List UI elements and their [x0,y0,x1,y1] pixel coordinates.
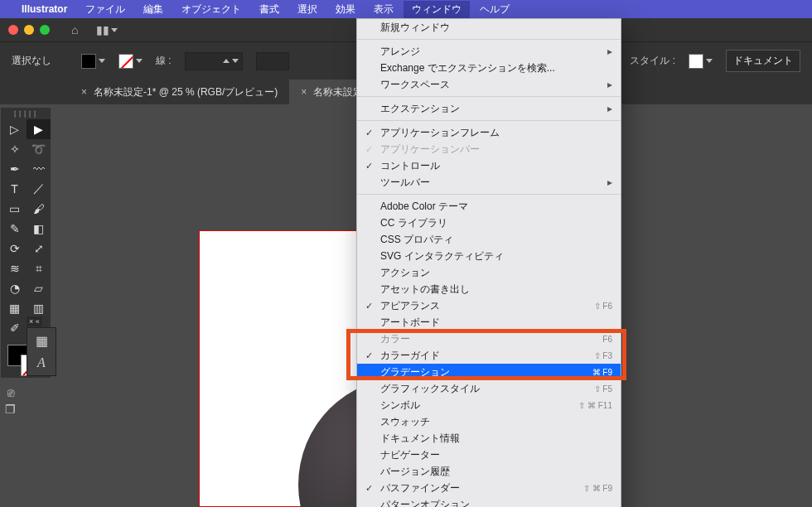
scale-tool[interactable]: ⤢ [27,239,51,258]
close-icon[interactable]: × [81,86,87,98]
mesh-tool[interactable]: ▦ [2,298,27,318]
stroke-swatch[interactable] [118,54,143,69]
menu-view[interactable]: 表示 [365,1,402,18]
collapsed-panel-dock[interactable]: ▦ A [27,327,56,376]
gradient-tool[interactable]: ▥ [27,298,51,318]
mi-new-window[interactable]: 新規ウィンドウ [357,19,621,36]
selection-label: 選択なし [12,54,51,68]
color-panel-icon[interactable]: ▦ [36,333,48,349]
mi-swatches[interactable]: スウォッチ [357,413,621,430]
eraser-tool[interactable]: ◧ [27,219,51,239]
menu-help[interactable]: ヘルプ [471,1,518,18]
curvature-tool[interactable]: 〰 [27,159,51,179]
mi-extensions[interactable]: エクステンション▸ [357,100,621,117]
lasso-tool[interactable]: ➰ [27,139,51,159]
perspective-tool[interactable]: ▱ [27,278,51,298]
menu-window[interactable]: ウィンドウ [404,1,470,18]
window-minimize-button[interactable] [24,25,34,35]
eyedropper-tool[interactable]: ✐ [2,318,27,338]
window-menu-dropdown: 新規ウィンドウ アレンジ▸ Exchange でエクステンションを検索... ワ… [356,18,621,507]
mi-arrange[interactable]: アレンジ▸ [357,43,621,60]
width-tool[interactable]: ≋ [2,258,27,278]
style-label: スタイル : [630,54,675,68]
mi-doc-info[interactable]: ドキュメント情報 [357,430,621,447]
mi-appearance[interactable]: ✓アピアランス⇧ F6 [357,297,621,314]
mi-version-history[interactable]: バージョン履歴 [357,463,621,480]
menu-edit[interactable]: 編集 [135,1,172,18]
panel-handle[interactable]: ┇┇┇┇┇ [2,111,49,118]
panel-close-icon[interactable]: × « [27,316,42,326]
mi-workspace[interactable]: ワークスペース▸ [357,76,621,93]
direct-selection-tool[interactable]: ▶ [27,119,51,139]
free-transform-tool[interactable]: ⌗ [27,258,51,278]
fill-swatch[interactable] [81,54,105,69]
mi-artboard[interactable]: アートボード [357,314,621,331]
window-close-button[interactable] [8,25,18,35]
mi-app-bar: ✓アプリケーションバー [357,141,621,157]
window-maximize-button[interactable] [40,25,50,35]
selection-tool[interactable]: ▷ [2,119,27,139]
menu-object[interactable]: オブジェクト [173,1,249,18]
type-tool[interactable]: T [2,179,27,199]
mi-symbols[interactable]: シンボル⇧ ⌘ F11 [357,397,621,413]
opt-field[interactable] [256,52,289,70]
stroke-label: 線 : [156,54,172,68]
mi-pathfinder[interactable]: ✓パスファインダー⇧ ⌘ F9 [357,480,621,496]
pen-tool[interactable]: ✒ [2,159,27,179]
macos-menubar: Illustrator ファイル 編集 オブジェクト 書式 選択 効果 表示 ウ… [0,0,812,18]
app-menu[interactable]: Illustrator [13,2,75,17]
stroke-weight-field[interactable] [185,52,243,70]
mi-actions[interactable]: アクション [357,264,621,281]
screen-mode-icon[interactable]: ⎚ [7,386,14,399]
mi-app-frame[interactable]: ✓アプリケーションフレーム [357,124,621,141]
mi-asset-export[interactable]: アセットの書き出し [357,281,621,297]
paintbrush-tool[interactable]: 🖌 [27,199,51,219]
mi-graphic-styles[interactable]: グラフィックスタイル⇧ F5 [357,380,621,397]
line-tool[interactable]: ／ [27,179,51,199]
document-setup-button[interactable]: ドキュメント [726,50,800,72]
window-traffic-lights [8,25,50,35]
mi-cc-libraries[interactable]: CC ライブラリ [357,215,621,231]
shape-builder-tool[interactable]: ◔ [2,278,27,298]
menu-file[interactable]: ファイル [77,1,133,18]
mi-css-properties[interactable]: CSS プロパティ [357,231,621,248]
mi-navigator[interactable]: ナビゲーター [357,447,621,463]
rectangle-tool[interactable]: ▭ [2,199,27,219]
home-icon[interactable]: ⌂ [71,23,78,36]
rotate-tool[interactable]: ⟳ [2,239,27,258]
shaper-tool[interactable]: ✎ [2,219,27,239]
menu-effect[interactable]: 効果 [327,1,364,18]
mi-exchange[interactable]: Exchange でエクステンションを検索... [357,60,621,76]
mi-pattern-options[interactable]: パターンオプション [357,496,621,507]
document-tab[interactable]: × 名称未設定-1* @ 25 % (RGB/プレビュー) [70,80,289,104]
mi-color-guide[interactable]: ✓カラーガイド⇧ F3 [357,347,621,364]
tab-label: 名称未設定-1* @ 25 % (RGB/プレビュー) [94,85,278,99]
menu-type[interactable]: 書式 [251,1,288,18]
style-swatch[interactable] [689,54,713,69]
mi-adobe-color[interactable]: Adobe Color テーマ [357,198,621,215]
mi-gradient[interactable]: グラデーション⌘ F9 [357,364,621,380]
mi-svg-interactivity[interactable]: SVG インタラクティビティ [357,248,621,264]
workspace-switcher[interactable]: ▮▮ [96,23,118,36]
magic-wand-tool[interactable]: ✧ [2,139,27,159]
type-panel-icon[interactable]: A [37,355,46,370]
mi-color[interactable]: カラーF6 [357,331,621,347]
menu-select[interactable]: 選択 [289,1,326,18]
mi-control[interactable]: ✓コントロール [357,157,621,174]
change-screen-mode-icon[interactable]: ❐ [5,403,16,416]
mi-toolbar[interactable]: ツールバー▸ [357,174,621,191]
close-icon[interactable]: × [301,86,307,98]
